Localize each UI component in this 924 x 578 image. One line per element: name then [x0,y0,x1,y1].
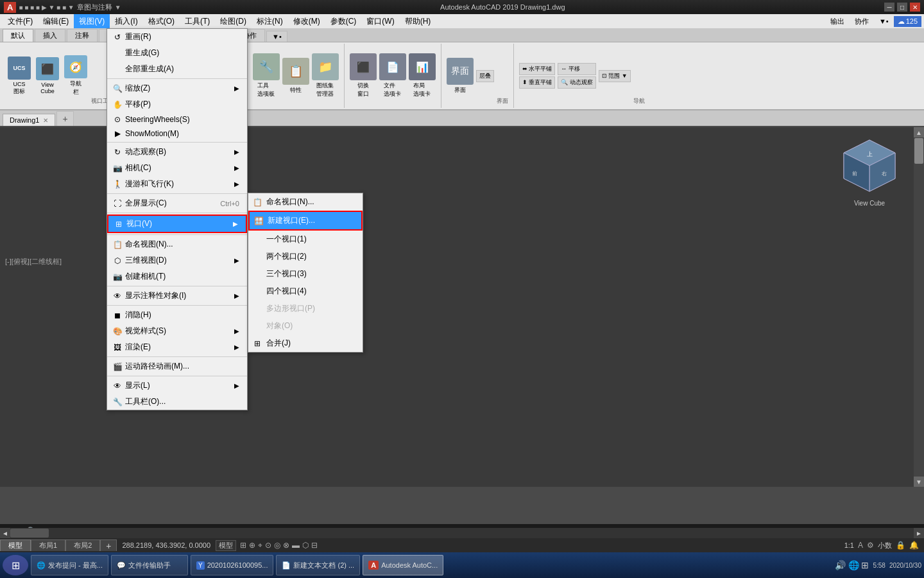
ribbon-tab-insert[interactable]: 插入 [35,29,65,42]
osnap-toggle[interactable]: ◎ [274,541,280,550]
menu-toolbar[interactable]: 🔧 工具栏(O)... [107,394,247,410]
menu-item-tools[interactable]: 工具(T) [180,14,215,28]
menu-camera[interactable]: 📷 相机(C) ▶ [107,160,247,176]
scroll-thumb[interactable] [914,138,923,164]
menu-viewport[interactable]: ⊞ 视口(V) ▶ [107,215,247,233]
submenu-named-viewport[interactable]: 📋 命名视口(N)... [248,193,363,211]
dynamic-view-btn[interactable]: 🔍 动态观察 [558,76,596,89]
viewcube-widget[interactable]: 上 右 前 View Cube [834,134,905,211]
scroll-up-arrow[interactable]: ▲ [914,127,924,137]
menu-named-view[interactable]: 📋 命名视图(N)... [107,236,247,252]
layout-tab-btn[interactable]: 📊 [409,53,436,80]
title-controls[interactable]: ─ □ ✕ [884,3,920,12]
menu-item-insert[interactable]: 插入(I) [110,14,142,28]
snap-toggle[interactable]: ⊕ [249,541,255,550]
menu-motion-path[interactable]: 🎬 运动路径动画(M)... [107,358,247,374]
layout2-tab[interactable]: 布局2 [65,539,100,551]
menu-display-annotation[interactable]: 👁 显示注释性对象(I) ▶ [107,288,247,304]
cloud-icon[interactable]: ☁ 125 [894,16,921,27]
scrollbar-vertical[interactable]: ▲ ▼ [914,127,924,487]
menu-zoom[interactable]: 🔍 缩放(Z) ▶ [107,80,247,96]
menu-3d-view[interactable]: ⬡ 三维视图(D) ▶ [107,252,247,268]
menu-pan[interactable]: ✋ 平移(P) [107,96,247,112]
menu-walk-fly[interactable]: 🚶 漫游和飞行(K) ▶ [107,176,247,192]
layer-on-btn[interactable]: 层叠 [476,70,494,82]
menu-regen-all[interactable]: 全部重生成(A) [107,61,247,77]
menu-item-format[interactable]: 格式(O) [143,14,180,28]
menu-item-params[interactable]: 参数(C) [325,14,362,28]
model-tab[interactable]: 模型 [0,539,31,551]
menu-showmotion[interactable]: ▶ ShowMotion(M) [107,127,247,141]
notify-icon[interactable]: 🔔 [909,541,919,550]
ortho-toggle[interactable]: ⌖ [258,541,262,550]
submenu-merge-viewport[interactable]: ⊞ 合并(J) [248,335,363,352]
maximize-button[interactable]: □ [897,3,907,12]
annotation-icon[interactable]: A [858,541,863,550]
scroll-left-arrow[interactable]: ◄ [0,528,10,538]
menu-item-draw[interactable]: 绘图(D) [215,14,252,28]
layout1-tab[interactable]: 布局1 [31,539,65,551]
menu-render[interactable]: 🖼 渲染(E) ▶ [107,339,247,355]
menu-item-modify[interactable]: 修改(M) [288,14,325,28]
zoom-range-btn[interactable]: ⊡ 范围 ▼ [599,70,631,82]
lock-icon[interactable]: 🔒 [896,541,905,550]
taskbar-youdao-btn[interactable]: Y 20201026100095... [191,555,274,575]
add-layout-btn[interactable]: + [100,539,117,551]
vertical-plane-btn[interactable]: ⬍ 垂直平铺 [519,76,556,89]
menu-create-camera[interactable]: 📷 创建相机(T) [107,268,247,285]
menu-item-edit[interactable]: 编辑(E) [38,14,74,28]
menu-item-help[interactable]: 帮助(H) [400,14,436,28]
ribbon-tab-default[interactable]: 默认 [3,29,33,42]
minimize-button[interactable]: ─ [884,3,894,12]
taskbar-browser-btn[interactable]: 🌐 发布提问 - 最高... [31,555,108,575]
viewcube-btn[interactable]: ⬛ ViewCube [35,57,60,94]
properties-btn[interactable]: 📋 [282,58,309,85]
submenu-new-viewport[interactable]: 🪟 新建视口(E)... [248,211,363,231]
switch-window-btn[interactable]: ⬛ [350,53,377,80]
ui-btn[interactable]: 界面 [447,58,474,85]
model-status-btn[interactable]: 模型 [216,540,236,551]
menu-visual-styles[interactable]: 🎨 视觉样式(S) ▶ [107,323,247,339]
pan-right-btn[interactable]: ↔ 平移 [558,63,596,75]
doc-tab-drawing1[interactable]: Drawing1 ✕ [3,114,55,126]
transpara-toggle[interactable]: ⬡ [302,541,309,550]
close-button[interactable]: ✕ [910,3,920,12]
menu-orbit[interactable]: ↻ 动态观察(B) ▶ [107,144,247,160]
horizontal-thumb[interactable] [10,529,49,538]
scroll-down-arrow[interactable]: ▼ [914,477,924,487]
submenu-polygon-viewport[interactable]: 多边形视口(P) [248,300,363,317]
menu-redraw[interactable]: ↺ 重画(R) [107,29,247,45]
add-doc-tab-btn[interactable]: + [56,111,73,126]
select-cycle-toggle[interactable]: ⊟ [311,541,318,550]
close-tab-icon[interactable]: ✕ [43,117,48,124]
menu-fullscreen[interactable]: ⛶ 全屏显示(C) Ctrl+0 [107,195,247,211]
scale-display[interactable]: 1:1 [844,541,854,549]
polar-toggle[interactable]: ⊙ [265,541,271,550]
submenu-two-viewport[interactable]: 两个视口(2) [248,248,363,265]
submenu-one-viewport[interactable]: 一个视口(1) [248,231,363,248]
otrack-toggle[interactable]: ⊗ [283,541,289,550]
menu-item-dimension[interactable]: 标注(N) [252,14,288,28]
horizontal-plane-btn[interactable]: ⬌ 水平平铺 [519,63,556,75]
taskbar-wechat-btn[interactable]: 💬 文件传输助手 [111,555,188,575]
submenu-object-viewport[interactable]: 对象(O) [248,317,363,335]
menu-steering-wheels[interactable]: ⊙ SteeringWheels(S) [107,112,247,127]
menu-hide[interactable]: ◼ 消隐(H) [107,307,247,323]
file-tab-btn[interactable]: 📄 [379,53,406,80]
submenu-three-viewport[interactable]: 三个视口(3) [248,265,363,283]
ucs-icon-btn[interactable]: UCS UCS图标 [6,57,32,96]
scroll-right-arrow[interactable]: ► [914,528,924,538]
lineweight-toggle[interactable]: ▬ [292,541,300,550]
navigate-btn[interactable]: 🧭 导航栏 [63,55,89,96]
grid-toggle[interactable]: ⊞ [240,541,246,550]
submenu-four-viewport[interactable]: 四个视口(4) [248,283,363,300]
ribbon-tab-annotation[interactable]: 注释 [67,29,98,42]
taskbar-notepad-btn[interactable]: 📄 新建文本文档 (2) ... [276,555,360,575]
taskbar-autocad-btn[interactable]: A Autodesk AutoC... [363,555,443,575]
workspace-setting[interactable]: ⚙ [867,541,874,550]
layer-manager-btn[interactable]: 📁 [312,53,339,80]
menu-item-file[interactable]: 文件(F) [3,14,38,28]
menu-regen[interactable]: 重生成(G) [107,45,247,61]
tool-selector-btn[interactable]: 🔧 [253,53,280,80]
menu-item-more[interactable]: ▼• [874,14,894,28]
